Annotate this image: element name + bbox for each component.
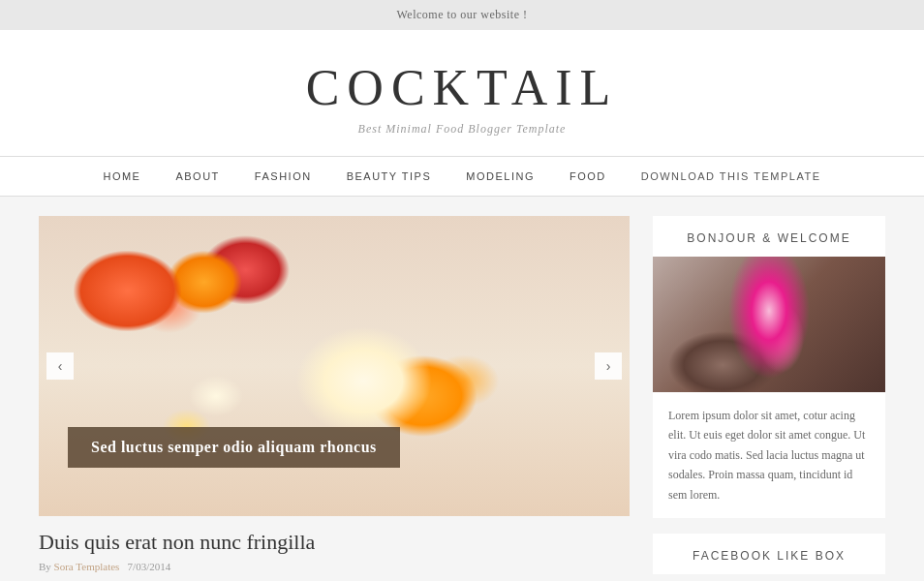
nav-link-home[interactable]: HOME — [85, 157, 158, 196]
slider-caption: Sed luctus semper odio aliquam rhoncus — [68, 427, 400, 468]
nav-item-beauty[interactable]: BEAUTY TIPS — [329, 157, 449, 196]
post-meta: By Sora Templates 7/03/2014 — [39, 561, 630, 572]
nav-item-download[interactable]: DOWNLOAD THIS TEMPLATE — [624, 157, 839, 196]
post-author: Sora Templates — [54, 561, 120, 572]
post-meta-prefix: By — [39, 561, 51, 572]
nav-link-download[interactable]: DOWNLOAD THIS TEMPLATE — [624, 157, 839, 196]
post-title: Duis quis erat non nunc fringilla — [39, 530, 630, 555]
welcome-message: Welcome to our website ! — [397, 8, 528, 21]
sidebar-facebook-heading: FACEBOOK LIKE BOX — [653, 534, 885, 574]
sidebar-welcome-section: BONJOUR & WELCOME Lorem ipsum dolor sit … — [653, 216, 885, 518]
content-area: Sed luctus semper odio aliquam rhoncus ‹… — [39, 216, 630, 581]
nav-link-about[interactable]: ABOUT — [158, 157, 236, 196]
sidebar-welcome-heading: BONJOUR & WELCOME — [653, 216, 885, 257]
nav-link-modeling[interactable]: MODELING — [448, 157, 552, 196]
slider-next-button[interactable]: › — [595, 352, 622, 380]
site-title: COCKTAIL — [19, 59, 905, 116]
nav-item-home[interactable]: HOME — [85, 157, 158, 196]
post-info: Duis quis erat non nunc fringilla By Sor… — [39, 530, 630, 581]
nav-link-food[interactable]: FOOD — [552, 157, 624, 196]
nav-link-fashion[interactable]: FASHION — [237, 157, 329, 196]
main-nav: HOME ABOUT FASHION BEAUTY TIPS MODELING … — [0, 156, 924, 197]
sidebar: BONJOUR & WELCOME Lorem ipsum dolor sit … — [653, 216, 885, 581]
main-container: Sed luctus semper odio aliquam rhoncus ‹… — [0, 197, 924, 581]
slider-prev-button[interactable]: ‹ — [46, 352, 74, 380]
post-date: 7/03/2014 — [128, 561, 171, 572]
top-bar: Welcome to our website ! — [0, 0, 924, 30]
nav-item-about[interactable]: ABOUT — [158, 157, 236, 196]
sidebar-facebook-section: FACEBOOK LIKE BOX — [653, 534, 885, 574]
nav-item-modeling[interactable]: MODELING — [448, 157, 552, 196]
food-background — [39, 216, 630, 516]
site-tagline: Best Minimal Food Blogger Template — [19, 122, 905, 137]
slider-image: Sed luctus semper odio aliquam rhoncus — [39, 216, 630, 516]
site-header: COCKTAIL Best Minimal Food Blogger Templ… — [0, 30, 924, 156]
nav-item-food[interactable]: FOOD — [552, 157, 624, 196]
nav-link-beauty[interactable]: BEAUTY TIPS — [329, 157, 449, 196]
nav-list: HOME ABOUT FASHION BEAUTY TIPS MODELING … — [0, 157, 924, 196]
sidebar-portrait-image — [653, 257, 885, 392]
slider: Sed luctus semper odio aliquam rhoncus ‹… — [39, 216, 630, 516]
sidebar-welcome-text: Lorem ipsum dolor sit amet, cotur acing … — [653, 392, 885, 518]
nav-item-fashion[interactable]: FASHION — [237, 157, 329, 196]
